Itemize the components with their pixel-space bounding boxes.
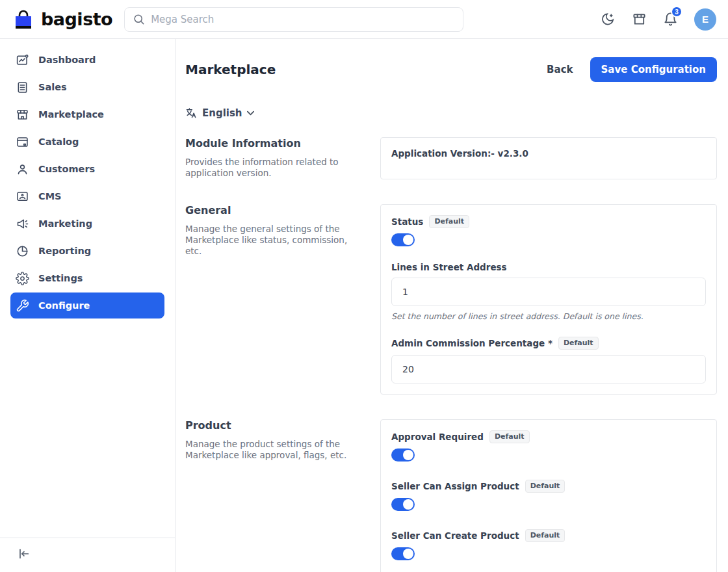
approval-required-label: Approval Required: [391, 432, 484, 442]
section-description: Provides the information related to appl…: [185, 157, 354, 179]
seller-can-assign-product-row: Seller Can Assign Product Default: [391, 480, 706, 511]
sidebar-item-label: Dashboard: [38, 55, 96, 65]
marketing-icon: [16, 217, 29, 231]
mega-search-box[interactable]: [124, 7, 463, 32]
sidebar-item-settings[interactable]: Settings: [10, 265, 164, 291]
save-configuration-button[interactable]: Save Configuration: [590, 57, 717, 82]
seller-can-create-product-toggle[interactable]: [391, 547, 415, 560]
sidebar-item-customers[interactable]: Customers: [10, 156, 164, 182]
collapse-sidebar-button[interactable]: [16, 547, 31, 561]
admin-commission-percentage-label: Admin Commission Percentage *: [391, 338, 552, 348]
sidebar-item-label: CMS: [38, 191, 62, 202]
selected-language-label: English: [202, 107, 242, 119]
sidebar-item-marketplace[interactable]: Marketplace: [10, 101, 164, 127]
storefront-button[interactable]: [632, 12, 647, 27]
module-information-card: Application Version:- v2.3.0: [380, 137, 717, 179]
moon-icon: [601, 12, 616, 27]
sidebar-item-label: Sales: [38, 82, 67, 92]
marketplace-icon: [16, 108, 29, 122]
sidebar-item-label: Configure: [38, 300, 90, 311]
section-title: General: [185, 204, 354, 216]
customers-icon: [16, 162, 29, 176]
wrench-icon: [16, 299, 29, 313]
back-button[interactable]: Back: [547, 64, 573, 75]
gear-icon: [16, 272, 29, 285]
seller-can-create-product-label: Seller Can Create Product: [391, 530, 519, 541]
status-label: Status: [391, 216, 423, 227]
sidebar-item-label: Customers: [38, 164, 95, 174]
seller-can-create-product-row: Seller Can Create Product Default: [391, 529, 706, 560]
sidebar-item-cms[interactable]: CMS: [10, 183, 164, 209]
shopping-bag-icon: [12, 8, 35, 31]
approval-required-toggle[interactable]: [391, 448, 415, 462]
section-description: Manage the general settings of the Marke…: [185, 224, 354, 257]
sidebar-item-label: Marketplace: [38, 109, 104, 120]
default-badge: Default: [525, 529, 566, 542]
main-content: Marketplace Back Save Configuration Engl…: [176, 39, 728, 572]
dashboard-icon: [16, 53, 29, 67]
notification-count-badge: 3: [671, 6, 682, 18]
avatar[interactable]: E: [694, 8, 716, 31]
header-actions: 3 E: [601, 8, 716, 31]
sidebar-item-configure[interactable]: Configure: [10, 292, 164, 318]
top-header: bagisto: [0, 0, 728, 39]
section-title: Product: [185, 419, 354, 432]
seller-can-assign-product-toggle[interactable]: [391, 498, 415, 511]
approval-required-row: Approval Required Default: [391, 430, 706, 462]
default-badge: Default: [525, 480, 566, 493]
store-icon: [632, 12, 647, 27]
sidebar-nav: Dashboard Sales Market: [0, 39, 175, 538]
lines-helper-text: Set the number of lines in street addres…: [391, 311, 706, 321]
sidebar-item-sales[interactable]: Sales: [10, 74, 164, 100]
dark-mode-button[interactable]: [601, 12, 616, 27]
translate-icon: [185, 107, 198, 119]
brand-name: bagisto: [41, 9, 112, 29]
default-badge: Default: [558, 337, 599, 350]
sidebar-item-catalog[interactable]: Catalog: [10, 129, 164, 155]
section-title: Module Information: [185, 137, 354, 150]
sales-icon: [16, 81, 29, 94]
sidebar-footer: [0, 538, 175, 572]
search-icon: [133, 13, 145, 25]
section-description: Manage the product settings of the Marke…: [185, 439, 354, 462]
lines-in-street-address-label: Lines in Street Address: [391, 262, 507, 272]
default-badge: Default: [489, 430, 530, 443]
sidebar: Dashboard Sales Market: [0, 39, 176, 572]
sidebar-item-label: Settings: [38, 273, 83, 283]
product-card: Approval Required Default Seller Can Ass…: [380, 419, 717, 572]
sidebar-item-reporting[interactable]: Reporting: [10, 238, 164, 264]
sidebar-item-marketing[interactable]: Marketing: [10, 211, 164, 237]
search-input[interactable]: [151, 14, 455, 25]
collapse-arrow-icon: [16, 547, 31, 561]
default-badge: Default: [429, 215, 469, 228]
reporting-icon: [16, 244, 29, 258]
sidebar-item-label: Marketing: [38, 218, 92, 229]
page-title: Marketplace: [185, 62, 276, 77]
status-toggle[interactable]: [391, 233, 415, 246]
section-product: Product Manage the product settings of t…: [185, 419, 717, 572]
language-switcher[interactable]: English: [185, 107, 254, 119]
sidebar-item-dashboard[interactable]: Dashboard: [10, 47, 164, 73]
seller-can-assign-product-label: Seller Can Assign Product: [391, 481, 519, 491]
lines-in-street-address-input[interactable]: [391, 278, 706, 306]
catalog-icon: [16, 135, 29, 149]
section-general: General Manage the general settings of t…: [185, 204, 717, 395]
general-card: Status Default Lines in Street Address S…: [380, 204, 717, 395]
bagisto-logo[interactable]: bagisto: [12, 8, 112, 31]
sidebar-item-label: Catalog: [38, 136, 79, 147]
cms-icon: [16, 190, 29, 203]
notifications-button[interactable]: 3: [663, 12, 678, 27]
sidebar-item-label: Reporting: [38, 246, 91, 256]
section-module-information: Module Information Provides the informat…: [185, 137, 717, 179]
application-version-text: Application Version:- v2.3.0: [391, 148, 706, 159]
chevron-down-icon: [247, 110, 254, 116]
admin-commission-percentage-input[interactable]: [391, 355, 706, 384]
